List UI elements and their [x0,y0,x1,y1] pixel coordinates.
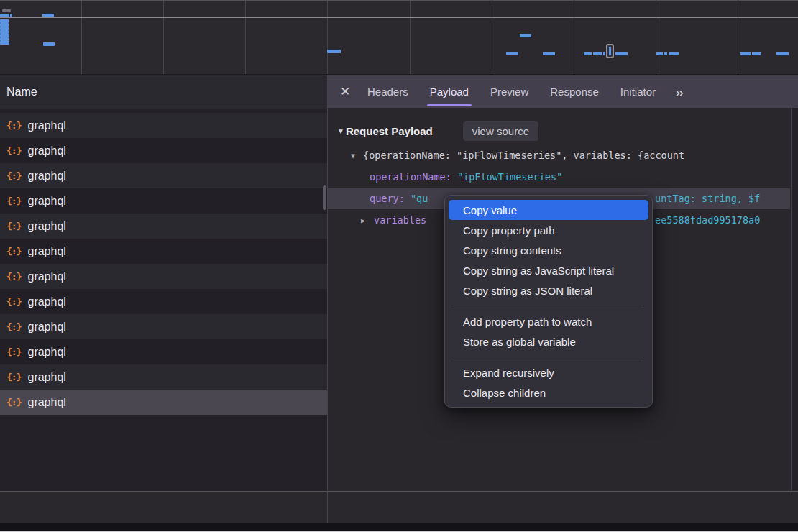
table-row[interactable]: {:} graphql [0,113,327,138]
waterfall-bar [740,52,751,55]
overview-horizontal-gridline [0,17,798,18]
devtools-network-panel: Name {:} graphql {:} graphql {:} graphql… [0,0,798,532]
json-braces-icon: {:} [6,120,21,131]
property-key: operationName: [370,171,451,183]
view-source-link[interactable]: view source [463,121,538,141]
request-name-label: graphql [27,220,65,233]
overview-gridline [410,1,411,74]
request-payload-section: ▼ Request Payload view source [337,119,538,142]
json-braces-icon: {:} [6,170,21,181]
waterfall-bar [506,52,518,55]
json-braces-icon: {:} [6,246,21,257]
network-overview-timeline[interactable] [0,0,798,75]
property-value-end: untTag: string, $f [655,188,760,209]
table-row[interactable]: {:} graphql [0,214,327,239]
request-list-panel: Name {:} graphql {:} graphql {:} graphql… [0,75,327,523]
request-name-label: graphql [27,321,65,334]
waterfall-bar [10,14,12,17]
table-row[interactable]: {:} graphql [0,188,327,214]
menu-item-copy-value[interactable]: Copy value [449,200,648,220]
request-name-label: graphql [27,245,65,258]
request-name-label: graphql [27,295,65,308]
table-row[interactable]: {:} graphql [0,239,327,264]
overview-gridline [574,1,574,74]
menu-item-copy-string-as-json-literal[interactable]: Copy string as JSON literal [449,280,648,301]
context-menu: Copy valueCopy property pathCopy string … [444,195,653,408]
section-expand-arrow-icon[interactable]: ▼ [337,127,344,135]
waterfall-bar [543,52,555,55]
detail-footer-bar [328,491,798,523]
list-scrollbar-thumb[interactable] [323,185,326,210]
request-name-label: graphql [27,396,65,409]
menu-item-copy-string-as-javascript-literal[interactable]: Copy string as JavaScript literal [449,260,648,280]
request-name-label: graphql [27,371,65,384]
selected-request-marker-bar [609,47,611,55]
more-tabs-chevron-icon[interactable]: » [675,83,683,101]
waterfall-bar [593,52,602,55]
table-row[interactable]: {:} graphql [0,264,327,289]
menu-divider [454,306,643,306]
expanded-arrow-icon[interactable]: ▼ [351,145,355,166]
table-row[interactable]: {:} graphql [0,314,327,339]
json-braces-icon: {:} [6,271,21,282]
waterfall-bar [752,52,761,55]
waterfall-bar [520,34,531,37]
waterfall-bar [584,52,592,55]
json-braces-icon: {:} [6,372,21,382]
payload-root-row[interactable]: ▼ {operationName: "ipFlowTimeseries", va… [328,145,790,166]
property-value-end: ee5588fdad995178a0 [655,210,760,231]
payload-operation-row[interactable]: operationName: "ipFlowTimeseries" [328,167,790,188]
request-list: {:} graphql {:} graphql {:} graphql {:} … [0,109,327,491]
collapsed-arrow-icon[interactable]: ▶ [361,210,365,231]
tab-headers[interactable]: Headers [357,75,419,108]
panel-divider[interactable] [327,75,328,523]
waterfall-bar [776,52,789,55]
waterfall-bar [656,52,663,55]
waterfall-bar [615,52,628,55]
menu-item-copy-property-path[interactable]: Copy property path [449,220,648,240]
request-name-label: graphql [27,170,65,183]
table-row[interactable]: {:} graphql [0,390,327,415]
menu-item-collapse-children[interactable]: Collapse children [449,382,648,403]
tab-payload[interactable]: Payload [419,75,480,108]
menu-item-add-property-path-to-watch[interactable]: Add property path to watch [449,311,648,331]
property-key: query: [370,193,405,204]
property-value: "ipFlowTimeseries" [457,171,562,183]
overview-gridline [245,1,246,74]
table-row[interactable]: {:} graphql [0,289,327,314]
close-icon[interactable]: ✕ [334,84,357,99]
request-name-label: graphql [27,119,65,132]
tab-initiator[interactable]: Initiator [610,75,666,108]
menu-divider [454,357,643,357]
table-row[interactable]: {:} graphql [0,163,327,188]
json-braces-icon: {:} [6,196,21,206]
menu-item-expand-recursively[interactable]: Expand recursively [449,362,648,382]
overview-gridline [656,1,656,74]
table-row[interactable]: {:} graphql [0,364,327,390]
detail-scroll-gutter [791,108,798,490]
table-row[interactable]: {:} graphql [0,138,327,163]
menu-item-copy-string-contents[interactable]: Copy string contents [449,240,648,260]
name-column-header[interactable]: Name [0,75,327,109]
json-braces-icon: {:} [6,347,21,357]
overview-gridline [327,1,328,74]
waterfall-bar [664,52,667,55]
tab-response[interactable]: Response [539,75,610,108]
json-braces-icon: {:} [6,397,21,408]
overview-gridline [492,1,492,74]
request-name-label: graphql [27,270,65,283]
waterfall-bar [669,52,679,55]
request-name-label: graphql [27,195,65,208]
waterfall-bar [327,50,341,53]
overview-gridline [738,1,738,74]
table-row[interactable]: {:} graphql [0,339,327,364]
list-summary-bar [0,491,327,523]
json-braces-icon: {:} [6,296,21,307]
menu-item-store-as-global-variable[interactable]: Store as global variable [449,331,648,352]
waterfall-bar [2,9,11,12]
json-braces-icon: {:} [6,145,21,156]
tab-preview[interactable]: Preview [480,75,539,108]
name-column-label: Name [6,86,37,98]
section-title: Request Payload [346,125,433,137]
overview-gridline [163,1,164,74]
